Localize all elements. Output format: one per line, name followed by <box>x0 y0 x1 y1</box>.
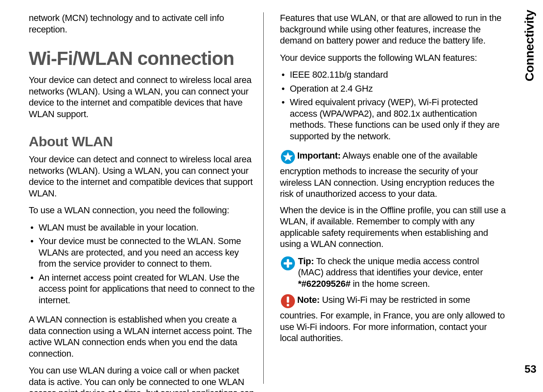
para: You can use WLAN during a voice call or … <box>29 365 255 392</box>
para: Features that use WLAN, or that are allo… <box>280 12 506 46</box>
svg-rect-5 <box>287 297 289 303</box>
list-item: An internet access point created for WLA… <box>29 272 255 306</box>
left-column: network (MCN) technology and to activate… <box>29 12 264 384</box>
tip-code: *#62209526# <box>298 279 351 289</box>
page-number: 53 <box>525 363 536 376</box>
tip-callout: Tip: To check the unique media access co… <box>280 256 506 290</box>
svg-point-6 <box>286 304 289 306</box>
para: A WLAN connection is established when yo… <box>29 314 255 359</box>
svg-rect-3 <box>283 262 292 265</box>
para: Your device can detect and connect to wi… <box>29 74 255 120</box>
para: Your device supports the following WLAN … <box>280 52 506 64</box>
right-column: Features that use WLAN, or that are allo… <box>276 12 531 384</box>
requirements-list: WLAN must be available in your location.… <box>29 222 255 309</box>
star-icon <box>280 149 296 165</box>
tip-body: To check the unique media access control… <box>298 256 483 278</box>
intro-text: network (MCN) technology and to activate… <box>29 12 255 35</box>
heading-about-wlan: About WLAN <box>29 134 255 150</box>
features-list: IEEE 802.11b/g standard Operation at 2.4… <box>280 69 506 144</box>
tip-tail: in the home screen. <box>350 279 430 289</box>
list-item: IEEE 802.11b/g standard <box>280 69 506 81</box>
list-item: Wired equivalent privacy (WEP), Wi-Fi pr… <box>280 97 506 142</box>
warning-icon <box>280 293 296 309</box>
list-item: Operation at 2.4 GHz <box>280 83 506 95</box>
note-callout: Note: Using Wi-Fi may be restricted in s… <box>280 294 506 344</box>
para: Your device can detect and connect to wi… <box>29 154 255 199</box>
list-item: Your device must be connected to the WLA… <box>29 235 255 270</box>
note-label: Note: <box>297 295 320 305</box>
page: network (MCN) technology and to activate… <box>0 0 543 392</box>
heading-wifi: Wi-Fi/WLAN connection <box>29 47 255 69</box>
para: To use a WLAN connection, you need the f… <box>29 205 255 216</box>
tip-label: Tip: <box>298 256 314 266</box>
list-item: WLAN must be available in your location. <box>29 222 255 233</box>
important-label: Important: <box>297 150 341 161</box>
section-tab: Connectivity <box>522 10 536 81</box>
plus-icon <box>280 256 298 273</box>
important-callout: Important: Always enable one of the avai… <box>280 150 506 200</box>
para: When the device is in the Offline profil… <box>280 205 506 250</box>
